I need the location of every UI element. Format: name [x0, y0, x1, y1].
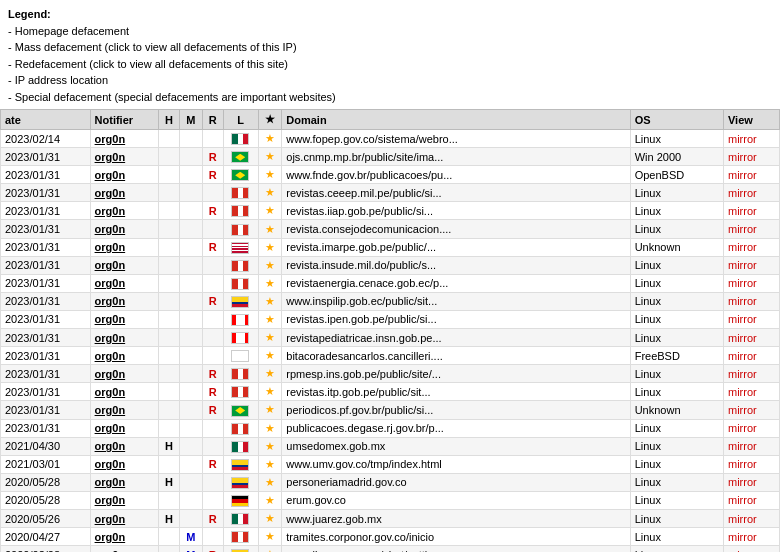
cell-domain[interactable]: periodicos.pf.gov.br/public/si...: [282, 401, 630, 419]
cell-view[interactable]: mirror: [723, 419, 779, 437]
cell-domain[interactable]: revistas.ipen.gob.pe/public/si...: [282, 310, 630, 328]
notifier-link[interactable]: org0n: [95, 458, 126, 470]
cell-domain[interactable]: umsedomex.gob.mx: [282, 437, 630, 455]
cell-notifier[interactable]: org0n: [90, 184, 158, 202]
cell-notifier[interactable]: org0n: [90, 473, 158, 491]
mirror-link[interactable]: mirror: [728, 295, 757, 307]
mirror-link[interactable]: mirror: [728, 350, 757, 362]
mirror-link[interactable]: mirror: [728, 241, 757, 253]
cell-view[interactable]: mirror: [723, 491, 779, 509]
cell-notifier[interactable]: org0n: [90, 292, 158, 310]
cell-domain[interactable]: bitacoradesancarlos.cancilleri....: [282, 347, 630, 365]
cell-notifier[interactable]: org0n: [90, 202, 158, 220]
cell-view[interactable]: mirror: [723, 166, 779, 184]
notifier-link[interactable]: org0n: [95, 422, 126, 434]
cell-view[interactable]: mirror: [723, 274, 779, 292]
domain-link[interactable]: periodicos.pf.gov.br/public/si...: [286, 404, 433, 416]
cell-domain[interactable]: ojs.cnmp.mp.br/public/site/ima...: [282, 148, 630, 166]
notifier-link[interactable]: org0n: [95, 241, 126, 253]
mirror-link[interactable]: mirror: [728, 404, 757, 416]
mirror-link[interactable]: mirror: [728, 223, 757, 235]
notifier-link[interactable]: org0n: [95, 223, 126, 235]
cell-view[interactable]: mirror: [723, 365, 779, 383]
domain-link[interactable]: revistas.ipen.gob.pe/public/si...: [286, 313, 436, 325]
mirror-link[interactable]: mirror: [728, 313, 757, 325]
cell-domain[interactable]: revista.consejodecomunicacion....: [282, 220, 630, 238]
mirror-link[interactable]: mirror: [728, 458, 757, 470]
cell-notifier[interactable]: org0n: [90, 383, 158, 401]
notifier-link[interactable]: org0n: [95, 151, 126, 163]
mirror-link[interactable]: mirror: [728, 133, 757, 145]
cell-notifier[interactable]: org0n: [90, 546, 158, 552]
cell-domain[interactable]: www.juarez.gob.mx: [282, 509, 630, 527]
domain-link[interactable]: publicacoes.degase.rj.gov.br/p...: [286, 422, 444, 434]
mirror-link[interactable]: mirror: [728, 494, 757, 506]
cell-view[interactable]: mirror: [723, 220, 779, 238]
cell-domain[interactable]: revistas.iiap.gob.pe/public/si...: [282, 202, 630, 220]
cell-notifier[interactable]: org0n: [90, 491, 158, 509]
cell-domain[interactable]: revistas.ceeep.mil.pe/public/si...: [282, 184, 630, 202]
domain-link[interactable]: erum.gov.co: [286, 494, 346, 506]
cell-notifier[interactable]: org0n: [90, 274, 158, 292]
mirror-link[interactable]: mirror: [728, 513, 757, 525]
cell-view[interactable]: mirror: [723, 148, 779, 166]
cell-domain[interactable]: publicacoes.degase.rj.gov.br/p...: [282, 419, 630, 437]
cell-domain[interactable]: revistaenergia.cenace.gob.ec/p...: [282, 274, 630, 292]
cell-domain[interactable]: revista.insude.mil.do/public/s...: [282, 256, 630, 274]
cell-notifier[interactable]: org0n: [90, 148, 158, 166]
cell-view[interactable]: mirror: [723, 528, 779, 546]
notifier-link[interactable]: org0n: [95, 259, 126, 271]
notifier-link[interactable]: org0n: [95, 531, 126, 543]
cell-notifier[interactable]: org0n: [90, 437, 158, 455]
domain-link[interactable]: bitacoradesancarlos.cancilleri....: [286, 350, 443, 362]
domain-link[interactable]: www.fnde.gov.br/publicacoes/pu...: [286, 169, 452, 181]
domain-link[interactable]: revistas.ceeep.mil.pe/public/si...: [286, 187, 441, 199]
notifier-link[interactable]: org0n: [95, 295, 126, 307]
mirror-link[interactable]: mirror: [728, 259, 757, 271]
cell-notifier[interactable]: org0n: [90, 166, 158, 184]
cell-domain[interactable]: revistas.itp.gob.pe/public/sit...: [282, 383, 630, 401]
domain-link[interactable]: revistaenergia.cenace.gob.ec/p...: [286, 277, 448, 289]
cell-notifier[interactable]: org0n: [90, 347, 158, 365]
mirror-link[interactable]: mirror: [728, 332, 757, 344]
cell-notifier[interactable]: org0n: [90, 238, 158, 256]
cell-domain[interactable]: www.umv.gov.co/tmp/index.html: [282, 455, 630, 473]
domain-link[interactable]: www.fopep.gov.co/sistema/webro...: [286, 133, 458, 145]
mirror-link[interactable]: mirror: [728, 476, 757, 488]
cell-notifier[interactable]: org0n: [90, 455, 158, 473]
cell-view[interactable]: mirror: [723, 310, 779, 328]
domain-link[interactable]: rpmesp.ins.gob.pe/public/site/...: [286, 368, 441, 380]
domain-link[interactable]: revista.imarpe.gob.pe/public/...: [286, 241, 436, 253]
cell-domain[interactable]: www.fopep.gov.co/sistema/webro...: [282, 130, 630, 148]
mirror-link[interactable]: mirror: [728, 169, 757, 181]
mirror-link[interactable]: mirror: [728, 205, 757, 217]
cell-notifier[interactable]: org0n: [90, 256, 158, 274]
domain-link[interactable]: www.umv.gov.co/tmp/index.html: [286, 458, 441, 470]
cell-notifier[interactable]: org0n: [90, 220, 158, 238]
cell-view[interactable]: mirror: [723, 347, 779, 365]
mirror-link[interactable]: mirror: [728, 151, 757, 163]
notifier-link[interactable]: org0n: [95, 313, 126, 325]
notifier-link[interactable]: org0n: [95, 386, 126, 398]
cell-view[interactable]: mirror: [723, 202, 779, 220]
domain-link[interactable]: revistas.itp.gob.pe/public/sit...: [286, 386, 430, 398]
mirror-link[interactable]: mirror: [728, 277, 757, 289]
notifier-link[interactable]: org0n: [95, 476, 126, 488]
domain-link[interactable]: revista.consejodecomunicacion....: [286, 223, 451, 235]
notifier-link[interactable]: org0n: [95, 440, 126, 452]
domain-link[interactable]: www.juarez.gob.mx: [286, 513, 381, 525]
cell-view[interactable]: mirror: [723, 401, 779, 419]
cell-notifier[interactable]: org0n: [90, 509, 158, 527]
domain-link[interactable]: umsedomex.gob.mx: [286, 440, 385, 452]
notifier-link[interactable]: org0n: [95, 205, 126, 217]
cell-view[interactable]: mirror: [723, 329, 779, 347]
notifier-link[interactable]: org0n: [95, 494, 126, 506]
cell-notifier[interactable]: org0n: [90, 130, 158, 148]
mirror-link[interactable]: mirror: [728, 440, 757, 452]
cell-domain[interactable]: personeriamadrid.gov.co: [282, 473, 630, 491]
cell-view[interactable]: mirror: [723, 473, 779, 491]
cell-notifier[interactable]: org0n: [90, 329, 158, 347]
cell-notifier[interactable]: org0n: [90, 528, 158, 546]
cell-view[interactable]: mirror: [723, 383, 779, 401]
cell-notifier[interactable]: org0n: [90, 365, 158, 383]
